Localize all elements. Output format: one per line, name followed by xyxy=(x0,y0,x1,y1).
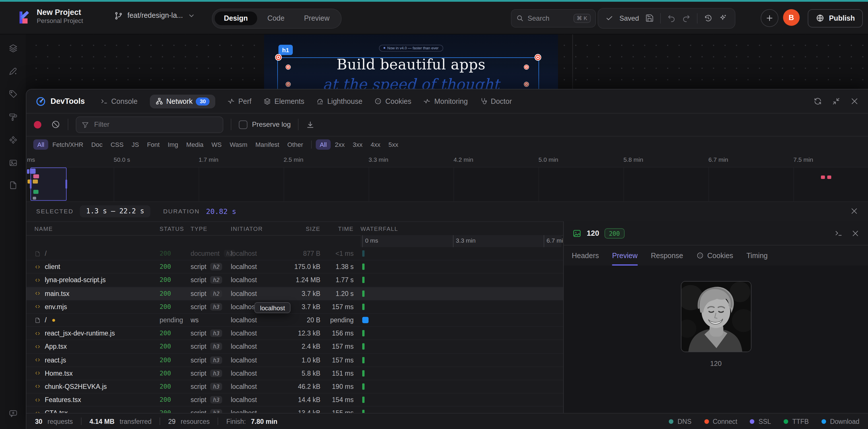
clear-button[interactable] xyxy=(51,120,60,129)
record-button[interactable] xyxy=(34,121,41,128)
table-row[interactable]: react.js200scripth3localhost1.0 kB157 ms xyxy=(26,354,563,367)
table-row[interactable]: Home.tsx200scripth3localhost5.8 kB151 ms xyxy=(26,367,563,380)
resize-handle-icon[interactable] xyxy=(275,53,282,61)
status-cell: 200 xyxy=(160,276,171,284)
type-filter-wasm[interactable]: Wasm xyxy=(226,139,251,150)
column-header-waterfall[interactable]: WATERFALL xyxy=(361,225,398,232)
table-row[interactable]: /200documenth2localhost877 B<1 ms xyxy=(26,247,563,260)
table-row[interactable]: Features.tsx200scripth3localhost14.4 kB1… xyxy=(26,393,563,407)
details-tab-preview[interactable]: Preview xyxy=(612,245,638,266)
type-filter-manifest[interactable]: Manifest xyxy=(251,139,283,150)
devtools-tab-network[interactable]: Network30 xyxy=(150,94,215,108)
column-header-type[interactable]: TYPE xyxy=(191,225,208,232)
components-icon[interactable] xyxy=(8,135,18,144)
table-row[interactable]: env.mjs200scripth3localhost3.7 kB157 ms xyxy=(26,300,563,314)
column-header-name[interactable]: NAME xyxy=(34,225,53,232)
clear-selection-icon[interactable] xyxy=(850,207,858,215)
filter-input[interactable] xyxy=(93,120,218,129)
table-row[interactable]: App.tsx200scripth3localhost2.4 kB157 ms xyxy=(26,340,563,354)
table-row[interactable]: chunk-QS2HEVKA.js200scripth3localhost46.… xyxy=(26,380,563,393)
details-tab-timing[interactable]: Timing xyxy=(746,245,768,266)
save-toolbar: Saved xyxy=(598,8,735,28)
preserve-log-checkbox[interactable] xyxy=(239,120,247,129)
type-filter-other[interactable]: Other xyxy=(283,139,307,150)
close-icon[interactable] xyxy=(851,229,859,237)
pen-tool-icon[interactable] xyxy=(8,66,18,75)
request-name-cell: lyna-preload-script.js xyxy=(34,277,105,284)
column-header-time[interactable]: TIME xyxy=(291,225,353,232)
user-avatar[interactable]: B xyxy=(783,9,800,26)
sparkles-icon[interactable] xyxy=(719,14,727,22)
table-row[interactable]: react_jsx-dev-runtime.js200scripth3local… xyxy=(26,327,563,340)
resize-handle-icon[interactable] xyxy=(524,64,529,70)
network-overview-strip[interactable] xyxy=(26,167,868,202)
publish-button[interactable]: Publish xyxy=(808,9,863,27)
table-row[interactable]: main.tsx200scripth2localhost3.7 kB1.20 s xyxy=(26,287,563,300)
type-filter-font[interactable]: Font xyxy=(143,139,164,150)
type-filter-doc[interactable]: Doc xyxy=(87,139,106,150)
resize-handle-icon[interactable] xyxy=(285,81,291,87)
details-tab-response[interactable]: Response xyxy=(651,245,683,266)
status-filter-all[interactable]: All xyxy=(316,139,331,150)
paint-roller-icon[interactable] xyxy=(8,112,18,121)
details-tab-cookies[interactable]: Cookies xyxy=(696,245,733,266)
terminal-icon[interactable] xyxy=(834,229,843,237)
collapse-icon[interactable] xyxy=(832,97,840,105)
table-row[interactable]: /pendingwslocalhost20 Bpending xyxy=(26,314,563,327)
devtools-tab-doctor[interactable]: Doctor xyxy=(480,97,512,105)
devtools-tab-console[interactable]: Console xyxy=(100,97,138,105)
devtools-tab-elements[interactable]: Elements xyxy=(264,97,304,105)
legend-label: TTFB xyxy=(792,418,809,425)
history-icon[interactable] xyxy=(704,14,712,22)
tab-code[interactable]: Code xyxy=(258,11,293,25)
file-icon[interactable] xyxy=(8,180,18,190)
search-button[interactable]: Search ⌘ K xyxy=(511,9,596,27)
status-filter-3xx[interactable]: 3xx xyxy=(349,139,367,150)
refresh-icon[interactable] xyxy=(813,97,822,105)
type-filter-img[interactable]: Img xyxy=(164,139,182,150)
resize-handle-icon[interactable] xyxy=(285,64,291,70)
app-logo[interactable] xyxy=(16,9,32,25)
undo-icon[interactable] xyxy=(667,14,676,22)
type-filter-fetch-xhr[interactable]: Fetch/XHR xyxy=(48,139,87,150)
save-icon[interactable] xyxy=(645,14,654,22)
devtools-tab-monitoring[interactable]: Monitoring xyxy=(423,97,468,105)
status-filter-2xx[interactable]: 2xx xyxy=(331,139,348,150)
waterfall-tick: 0 ms xyxy=(362,235,363,247)
tab-design[interactable]: Design xyxy=(215,11,257,25)
project-block[interactable]: New Project Personal Project xyxy=(37,8,83,25)
table-row[interactable]: client200scripth2localhost175.0 kB1.38 s xyxy=(26,260,563,273)
type-filter-media[interactable]: Media xyxy=(182,139,208,150)
devtools-tab-cookies[interactable]: Cookies xyxy=(375,97,411,105)
type-filter-css[interactable]: CSS xyxy=(106,139,127,150)
table-row[interactable]: lyna-preload-script.js200scripth2localho… xyxy=(26,274,563,287)
add-button[interactable] xyxy=(761,9,778,27)
tab-preview[interactable]: Preview xyxy=(295,11,339,25)
column-header-status[interactable]: STATUS xyxy=(160,225,184,232)
code-icon xyxy=(34,304,41,310)
request-filter-chips: AllFetch/XHRDocCSSJSFontImgMediaWSWasmMa… xyxy=(26,136,868,153)
resize-handle-icon[interactable] xyxy=(524,81,529,87)
selection-outline[interactable] xyxy=(277,57,539,89)
devtools-tab-perf[interactable]: Perf xyxy=(227,97,251,105)
close-icon[interactable] xyxy=(850,97,859,105)
feedback-plus-icon[interactable] xyxy=(8,409,18,418)
type-filter-js[interactable]: JS xyxy=(127,139,143,150)
status-filter-5xx[interactable]: 5xx xyxy=(384,139,402,150)
branch-selector[interactable]: feat/redesign-la... xyxy=(114,11,195,20)
redo-icon[interactable] xyxy=(682,14,691,22)
design-canvas[interactable]: Now in v4.0 — faster than ever Build bea… xyxy=(26,34,868,89)
overview-selection[interactable] xyxy=(30,167,67,201)
preview-image[interactable] xyxy=(681,281,751,352)
resize-handle-icon[interactable] xyxy=(534,53,541,61)
devtools-tab-lighthouse[interactable]: Lighthouse xyxy=(316,97,362,105)
initiator-cell: localhost xyxy=(231,317,257,324)
details-tab-headers[interactable]: Headers xyxy=(572,245,599,266)
layers-icon[interactable] xyxy=(8,43,18,53)
download-icon[interactable] xyxy=(306,120,315,129)
type-filter-all[interactable]: All xyxy=(33,139,48,150)
status-filter-4xx[interactable]: 4xx xyxy=(367,139,384,150)
tag-icon[interactable] xyxy=(8,89,18,98)
image-icon[interactable] xyxy=(8,158,18,167)
type-filter-ws[interactable]: WS xyxy=(208,139,226,150)
